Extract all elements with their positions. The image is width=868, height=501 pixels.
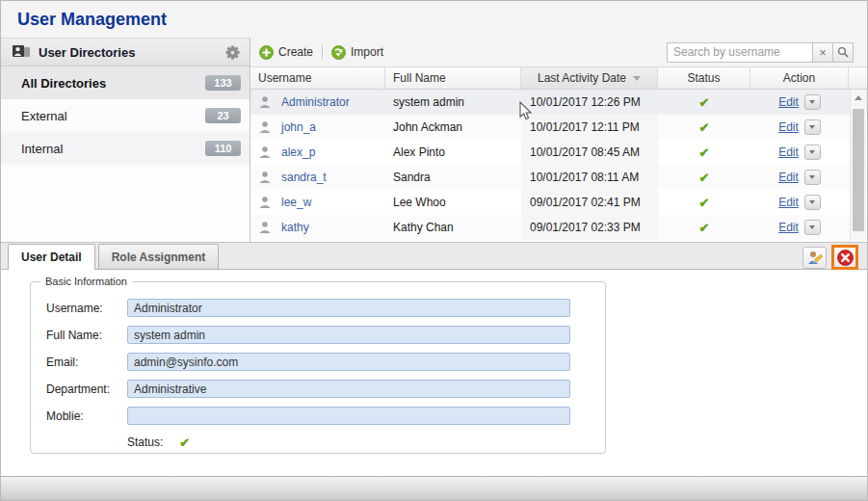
detail-field-row: Username: xyxy=(46,299,605,317)
status-active-icon xyxy=(699,196,710,210)
scrollbar-thumb[interactable] xyxy=(853,109,864,231)
close-button[interactable] xyxy=(834,248,855,267)
user-icon xyxy=(258,145,272,159)
username-link[interactable]: alex_p xyxy=(281,145,315,159)
field-input[interactable] xyxy=(127,380,570,398)
status-row: Status: xyxy=(127,434,605,451)
directory-count-badge: 23 xyxy=(205,108,241,123)
full-name-cell: Kathy Chan xyxy=(385,215,521,240)
table-row[interactable]: sandra_t Sandra 10/01/2017 08:11 AM Edit xyxy=(250,165,867,190)
column-header-action[interactable]: Action xyxy=(750,67,849,89)
gear-icon[interactable] xyxy=(225,45,240,60)
table-row[interactable]: alex_p Alex Pinto 10/01/2017 08:45 AM Ed… xyxy=(250,140,867,165)
field-input[interactable] xyxy=(127,353,570,371)
search-clear-button[interactable]: × xyxy=(813,42,833,63)
detail-fields: Username: Full Name: Email: Depa xyxy=(31,282,605,425)
column-header-username[interactable]: Username xyxy=(250,67,385,89)
page-header: User Management xyxy=(1,1,867,38)
chevron-down-icon xyxy=(809,100,815,104)
edit-link[interactable]: Edit xyxy=(778,145,799,159)
edit-dropdown-button[interactable] xyxy=(804,220,821,235)
detail-tab[interactable]: User Detail xyxy=(8,244,95,270)
table-row[interactable]: lee_w Lee Whoo 09/01/2017 02:41 PM Edit xyxy=(250,190,867,215)
column-header-full-name[interactable]: Full Name xyxy=(385,67,521,89)
user-grid-panel: Create Import × xyxy=(250,38,867,242)
last-activity-cell: 10/01/2017 08:45 AM xyxy=(521,140,658,165)
username-link[interactable]: lee_w xyxy=(281,196,311,209)
detail-tabstrip: User Detail Role Assignment xyxy=(1,243,867,270)
grid-header: Username Full Name Last Activity Date St… xyxy=(250,66,867,90)
sidebar-item-directory[interactable]: All Directories 133 xyxy=(1,66,250,99)
column-header-last-activity[interactable]: Last Activity Date xyxy=(521,67,658,89)
user-icon xyxy=(258,196,272,209)
user-icon xyxy=(258,221,272,234)
username-link[interactable]: sandra_t xyxy=(281,171,327,184)
close-icon xyxy=(837,250,854,266)
table-row[interactable]: kathy Kathy Chan 09/01/2017 02:33 PM Edi… xyxy=(250,215,867,240)
user-icon xyxy=(258,95,272,109)
chevron-down-icon xyxy=(809,175,815,179)
detail-field-row: Email: xyxy=(46,353,605,371)
field-input[interactable] xyxy=(127,407,570,425)
detail-field-row: Full Name: xyxy=(46,326,605,344)
edit-link[interactable]: Edit xyxy=(778,221,799,234)
search-input[interactable] xyxy=(667,42,813,63)
grid-toolbar: Create Import × xyxy=(250,38,867,66)
status-label: Status: xyxy=(127,435,163,449)
user-icon xyxy=(258,120,272,134)
search-icon[interactable] xyxy=(833,42,854,63)
grid-rows: Administrator system admin 10/01/2017 12… xyxy=(250,90,867,240)
last-activity-cell: 10/01/2017 12:26 PM xyxy=(521,90,658,115)
vertical-scrollbar[interactable] xyxy=(850,90,866,241)
column-header-status[interactable]: Status xyxy=(658,67,750,89)
import-arrow-icon xyxy=(331,45,346,60)
username-link[interactable]: Administrator xyxy=(281,95,350,109)
detail-field-row: Moblie: xyxy=(46,407,605,425)
detail-tab[interactable]: Role Assignment xyxy=(98,244,220,269)
import-button[interactable]: Import xyxy=(331,45,383,60)
edit-user-button[interactable] xyxy=(802,247,827,269)
last-activity-cell: 10/01/2017 12:11 PM xyxy=(521,115,658,140)
create-plus-icon xyxy=(259,45,274,60)
status-active-icon xyxy=(699,120,710,135)
search-group: × xyxy=(667,42,854,63)
sidebar-item-directory[interactable]: External 23 xyxy=(1,99,250,132)
page-title: User Management xyxy=(1,1,867,30)
detail-field-row: Department: xyxy=(46,380,605,398)
table-row[interactable]: Administrator system admin 10/01/2017 12… xyxy=(250,90,867,115)
edit-link[interactable]: Edit xyxy=(778,171,799,184)
scroll-up-button[interactable] xyxy=(851,90,866,105)
sidebar-user-directories: User Directories All Director xyxy=(1,38,250,242)
field-input[interactable] xyxy=(127,299,570,317)
edit-link[interactable]: Edit xyxy=(778,196,799,209)
sidebar-item-directory[interactable]: Internal 110 xyxy=(1,132,250,165)
user-directories-icon xyxy=(13,45,31,59)
status-active-icon xyxy=(699,145,710,160)
directory-label: External xyxy=(21,109,67,123)
edit-dropdown-button[interactable] xyxy=(804,145,821,160)
edit-user-icon xyxy=(806,250,823,265)
username-link[interactable]: kathy xyxy=(281,221,309,234)
field-label: Full Name: xyxy=(46,329,127,342)
full-name-cell: system admin xyxy=(385,90,521,115)
chevron-down-icon xyxy=(809,200,815,204)
sort-desc-icon xyxy=(633,76,641,81)
last-activity-cell: 10/01/2017 08:11 AM xyxy=(521,165,658,190)
status-active-icon xyxy=(699,221,710,235)
field-input[interactable] xyxy=(127,326,570,344)
edit-link[interactable]: Edit xyxy=(778,95,799,109)
edit-dropdown-button[interactable] xyxy=(804,195,821,210)
edit-dropdown-button[interactable] xyxy=(804,170,821,185)
last-activity-cell: 09/01/2017 02:33 PM xyxy=(521,215,658,240)
edit-dropdown-button[interactable] xyxy=(804,94,821,110)
table-row[interactable]: john_a John Ackman 10/01/2017 12:11 PM E… xyxy=(250,115,867,140)
username-link[interactable]: john_a xyxy=(281,120,316,134)
detail-panel: User Detail Role Assignment xyxy=(1,242,867,477)
last-activity-cell: 09/01/2017 02:41 PM xyxy=(521,190,658,215)
field-label: Username: xyxy=(46,302,127,315)
create-button[interactable]: Create xyxy=(259,45,313,60)
edit-dropdown-button[interactable] xyxy=(804,119,821,135)
directory-label: Internal xyxy=(21,142,63,156)
chevron-up-icon xyxy=(855,95,862,100)
edit-link[interactable]: Edit xyxy=(778,120,799,134)
